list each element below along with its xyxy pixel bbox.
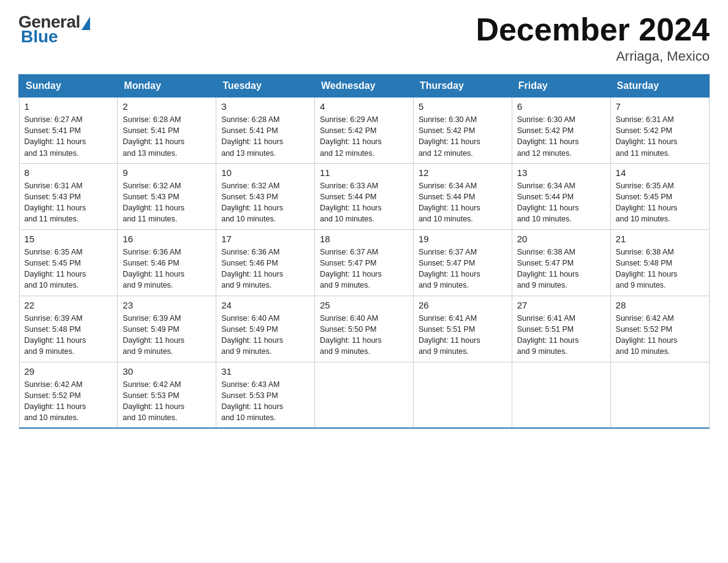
calendar-cell: 5 Sunrise: 6:30 AMSunset: 5:42 PMDayligh… bbox=[413, 97, 512, 163]
day-number: 12 bbox=[419, 167, 507, 178]
day-info: Sunrise: 6:39 AMSunset: 5:49 PMDaylight:… bbox=[123, 314, 184, 356]
day-number: 24 bbox=[221, 300, 309, 310]
day-number: 4 bbox=[320, 101, 408, 112]
day-number: 21 bbox=[616, 234, 704, 244]
day-info: Sunrise: 6:34 AMSunset: 5:44 PMDaylight:… bbox=[517, 182, 579, 223]
day-number: 2 bbox=[123, 101, 211, 112]
page-header: General Blue December 2024 Arriaga, Mexi… bbox=[18, 12, 710, 64]
day-number: 17 bbox=[221, 234, 309, 244]
day-info: Sunrise: 6:38 AMSunset: 5:47 PMDaylight:… bbox=[517, 248, 579, 289]
day-number: 22 bbox=[25, 300, 113, 310]
day-info: Sunrise: 6:36 AMSunset: 5:46 PMDaylight:… bbox=[221, 248, 283, 289]
day-info: Sunrise: 6:35 AMSunset: 5:45 PMDaylight:… bbox=[616, 182, 678, 223]
day-number: 28 bbox=[616, 300, 704, 310]
calendar-cell: 28 Sunrise: 6:42 AMSunset: 5:52 PMDaylig… bbox=[610, 296, 709, 362]
header-tuesday: Tuesday bbox=[216, 75, 315, 97]
calendar-cell: 12 Sunrise: 6:34 AMSunset: 5:44 PMDaylig… bbox=[413, 163, 512, 229]
day-number: 20 bbox=[517, 234, 605, 244]
day-number: 16 bbox=[123, 234, 211, 244]
day-number: 7 bbox=[616, 101, 704, 112]
calendar-week-row: 22 Sunrise: 6:39 AMSunset: 5:48 PMDaylig… bbox=[19, 296, 709, 362]
calendar-cell: 29 Sunrise: 6:42 AMSunset: 5:52 PMDaylig… bbox=[19, 362, 118, 428]
calendar-cell: 15 Sunrise: 6:35 AMSunset: 5:45 PMDaylig… bbox=[19, 229, 118, 296]
day-number: 26 bbox=[419, 300, 507, 310]
day-number: 13 bbox=[517, 167, 605, 178]
day-number: 10 bbox=[221, 167, 309, 178]
logo: General Blue bbox=[18, 12, 90, 47]
calendar-cell: 16 Sunrise: 6:36 AMSunset: 5:46 PMDaylig… bbox=[118, 229, 216, 296]
day-info: Sunrise: 6:32 AMSunset: 5:43 PMDaylight:… bbox=[123, 182, 184, 223]
day-info: Sunrise: 6:36 AMSunset: 5:46 PMDaylight:… bbox=[123, 248, 184, 289]
day-info: Sunrise: 6:27 AMSunset: 5:41 PMDaylight:… bbox=[25, 115, 86, 157]
day-info: Sunrise: 6:29 AMSunset: 5:42 PMDaylight:… bbox=[320, 115, 382, 157]
header-friday: Friday bbox=[512, 75, 610, 97]
day-number: 30 bbox=[123, 366, 211, 377]
day-info: Sunrise: 6:41 AMSunset: 5:51 PMDaylight:… bbox=[517, 314, 579, 356]
calendar-cell: 3 Sunrise: 6:28 AMSunset: 5:41 PMDayligh… bbox=[216, 97, 315, 163]
header-monday: Monday bbox=[118, 75, 216, 97]
calendar-cell: 31 Sunrise: 6:43 AMSunset: 5:53 PMDaylig… bbox=[216, 362, 315, 428]
calendar-week-row: 29 Sunrise: 6:42 AMSunset: 5:52 PMDaylig… bbox=[19, 362, 709, 428]
calendar-cell: 23 Sunrise: 6:39 AMSunset: 5:49 PMDaylig… bbox=[118, 296, 216, 362]
day-number: 18 bbox=[320, 234, 408, 244]
day-info: Sunrise: 6:38 AMSunset: 5:48 PMDaylight:… bbox=[616, 248, 678, 289]
day-number: 9 bbox=[123, 167, 211, 178]
day-number: 8 bbox=[25, 167, 113, 178]
day-number: 29 bbox=[25, 366, 113, 377]
calendar-cell: 4 Sunrise: 6:29 AMSunset: 5:42 PMDayligh… bbox=[315, 97, 414, 163]
day-number: 6 bbox=[517, 101, 605, 112]
day-info: Sunrise: 6:31 AMSunset: 5:43 PMDaylight:… bbox=[25, 182, 86, 223]
location-text: Arriaga, Mexico bbox=[476, 48, 710, 64]
calendar-cell: 13 Sunrise: 6:34 AMSunset: 5:44 PMDaylig… bbox=[512, 163, 610, 229]
month-title: December 2024 bbox=[476, 12, 710, 47]
calendar-cell: 22 Sunrise: 6:39 AMSunset: 5:48 PMDaylig… bbox=[19, 296, 118, 362]
calendar-cell: 6 Sunrise: 6:30 AMSunset: 5:42 PMDayligh… bbox=[512, 97, 610, 163]
day-info: Sunrise: 6:40 AMSunset: 5:50 PMDaylight:… bbox=[320, 314, 382, 356]
day-number: 5 bbox=[419, 101, 507, 112]
day-info: Sunrise: 6:32 AMSunset: 5:43 PMDaylight:… bbox=[221, 182, 283, 223]
day-number: 1 bbox=[25, 101, 113, 112]
day-info: Sunrise: 6:42 AMSunset: 5:53 PMDaylight:… bbox=[123, 380, 184, 422]
day-number: 25 bbox=[320, 300, 408, 310]
day-info: Sunrise: 6:37 AMSunset: 5:47 PMDaylight:… bbox=[320, 248, 382, 289]
header-wednesday: Wednesday bbox=[315, 75, 414, 97]
day-number: 31 bbox=[221, 366, 309, 377]
weekday-header-row: Sunday Monday Tuesday Wednesday Thursday… bbox=[19, 75, 709, 97]
day-info: Sunrise: 6:30 AMSunset: 5:42 PMDaylight:… bbox=[517, 115, 579, 157]
calendar-cell: 18 Sunrise: 6:37 AMSunset: 5:47 PMDaylig… bbox=[315, 229, 414, 296]
day-info: Sunrise: 6:42 AMSunset: 5:52 PMDaylight:… bbox=[25, 380, 86, 422]
title-block: December 2024 Arriaga, Mexico bbox=[476, 12, 710, 64]
day-info: Sunrise: 6:31 AMSunset: 5:42 PMDaylight:… bbox=[616, 115, 678, 157]
calendar-cell: 14 Sunrise: 6:35 AMSunset: 5:45 PMDaylig… bbox=[610, 163, 709, 229]
calendar-cell: 24 Sunrise: 6:40 AMSunset: 5:49 PMDaylig… bbox=[216, 296, 315, 362]
calendar-cell: 8 Sunrise: 6:31 AMSunset: 5:43 PMDayligh… bbox=[19, 163, 118, 229]
calendar-cell: 19 Sunrise: 6:37 AMSunset: 5:47 PMDaylig… bbox=[413, 229, 512, 296]
day-info: Sunrise: 6:35 AMSunset: 5:45 PMDaylight:… bbox=[25, 248, 86, 289]
calendar-cell: 30 Sunrise: 6:42 AMSunset: 5:53 PMDaylig… bbox=[118, 362, 216, 428]
day-number: 14 bbox=[616, 167, 704, 178]
calendar-cell: 21 Sunrise: 6:38 AMSunset: 5:48 PMDaylig… bbox=[610, 229, 709, 296]
calendar-cell bbox=[315, 362, 414, 428]
logo-blue-text: Blue bbox=[21, 27, 58, 47]
calendar-cell: 17 Sunrise: 6:36 AMSunset: 5:46 PMDaylig… bbox=[216, 229, 315, 296]
calendar-cell: 20 Sunrise: 6:38 AMSunset: 5:47 PMDaylig… bbox=[512, 229, 610, 296]
calendar-cell: 9 Sunrise: 6:32 AMSunset: 5:43 PMDayligh… bbox=[118, 163, 216, 229]
calendar-table: Sunday Monday Tuesday Wednesday Thursday… bbox=[18, 74, 710, 429]
day-number: 15 bbox=[25, 234, 113, 244]
day-info: Sunrise: 6:37 AMSunset: 5:47 PMDaylight:… bbox=[419, 248, 480, 289]
day-number: 23 bbox=[123, 300, 211, 310]
header-saturday: Saturday bbox=[610, 75, 709, 97]
day-info: Sunrise: 6:40 AMSunset: 5:49 PMDaylight:… bbox=[221, 314, 283, 356]
calendar-week-row: 15 Sunrise: 6:35 AMSunset: 5:45 PMDaylig… bbox=[19, 229, 709, 296]
calendar-cell: 2 Sunrise: 6:28 AMSunset: 5:41 PMDayligh… bbox=[118, 97, 216, 163]
day-info: Sunrise: 6:28 AMSunset: 5:41 PMDaylight:… bbox=[221, 115, 283, 157]
calendar-cell: 1 Sunrise: 6:27 AMSunset: 5:41 PMDayligh… bbox=[19, 97, 118, 163]
day-info: Sunrise: 6:41 AMSunset: 5:51 PMDaylight:… bbox=[419, 314, 480, 356]
calendar-cell: 7 Sunrise: 6:31 AMSunset: 5:42 PMDayligh… bbox=[610, 97, 709, 163]
day-info: Sunrise: 6:39 AMSunset: 5:48 PMDaylight:… bbox=[25, 314, 86, 356]
header-thursday: Thursday bbox=[413, 75, 512, 97]
calendar-cell bbox=[610, 362, 709, 428]
logo-triangle-icon bbox=[82, 17, 90, 30]
day-info: Sunrise: 6:30 AMSunset: 5:42 PMDaylight:… bbox=[419, 115, 480, 157]
calendar-cell: 27 Sunrise: 6:41 AMSunset: 5:51 PMDaylig… bbox=[512, 296, 610, 362]
